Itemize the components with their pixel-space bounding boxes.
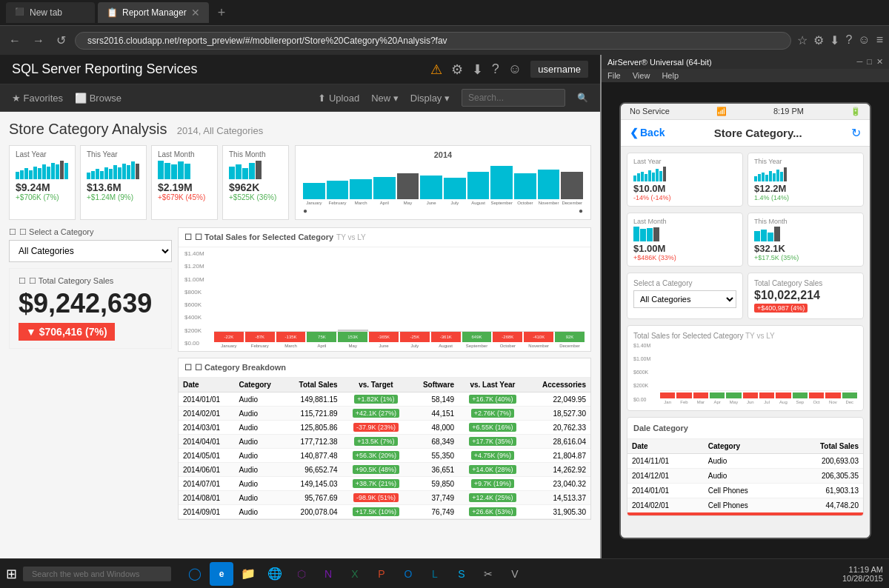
tab-report-manager[interactable]: 📋 Report Manager ✕ xyxy=(98,2,209,23)
timeline-bar xyxy=(373,177,396,199)
kpi-bar xyxy=(659,171,662,181)
mobile-cell-category: Audio xyxy=(704,453,785,468)
taskbar-app-snipping[interactable]: ✂ xyxy=(476,562,500,586)
download-icon[interactable]: ⬇ xyxy=(830,33,839,47)
menu-icon[interactable]: ≡ xyxy=(876,33,883,47)
mobile-kpi-ly-chart xyxy=(633,167,736,181)
month-label: September xyxy=(462,344,492,348)
collapse-icon2[interactable]: ☐ xyxy=(19,276,26,286)
face-icon[interactable]: ☺ xyxy=(508,61,522,77)
refresh-button[interactable]: ↺ xyxy=(53,30,69,50)
taskbar-app-excel[interactable]: X xyxy=(343,562,367,586)
download-icon[interactable]: ⬇ xyxy=(472,61,483,78)
kpi-bar xyxy=(784,167,787,181)
view-menu[interactable]: View xyxy=(633,71,650,80)
category-select[interactable]: All Categories xyxy=(9,240,172,262)
url-input[interactable] xyxy=(75,32,791,50)
taskbar-app-vmware[interactable]: V xyxy=(503,562,527,586)
wifi-icon: 📶 xyxy=(716,107,727,116)
collapse-icon[interactable]: ☐ xyxy=(9,227,16,237)
cell-category: Audio xyxy=(234,421,284,435)
month-label: April xyxy=(373,201,396,205)
cell-vs-last-year: +9.7K (19%) xyxy=(459,477,527,491)
taskbar-app-outlook[interactable]: O xyxy=(396,562,420,586)
slider-left[interactable]: ● xyxy=(303,207,307,215)
taskbar-app-vs[interactable]: ⬡ xyxy=(290,562,313,586)
month-label: Nov xyxy=(825,400,840,404)
refresh-icon[interactable]: ↻ xyxy=(851,126,861,140)
month-label: August xyxy=(431,344,461,348)
browser-chrome: ⬛ New tab 📋 Report Manager ✕ + ← → ↺ ☆ ⚙… xyxy=(0,0,889,55)
month-label: November xyxy=(524,344,553,348)
help-menu[interactable]: Help xyxy=(662,71,679,80)
bar xyxy=(118,167,121,179)
cell-date: 2014/01/01 xyxy=(179,392,234,407)
mobile-category-select[interactable]: All Categories xyxy=(633,290,736,308)
browse-link[interactable]: ⬜ Browse xyxy=(75,93,121,104)
start-button[interactable]: ⊞ xyxy=(6,566,17,582)
forward-button[interactable]: → xyxy=(30,31,47,50)
month-label: Sep xyxy=(793,400,808,404)
month-label: Mar xyxy=(693,400,708,404)
favorites-link[interactable]: ★ Favorites xyxy=(12,93,63,104)
tab-close-button[interactable]: ✕ xyxy=(191,7,200,19)
y-label: $1.00M xyxy=(633,356,659,361)
diff-bar-aug: -361K xyxy=(431,332,461,342)
taskbar-app-cortana[interactable]: ◯ xyxy=(183,562,207,586)
page-subtitle: 2014, All Categories xyxy=(177,125,263,136)
close-button[interactable]: ✕ xyxy=(876,57,883,67)
slider-right[interactable]: ● xyxy=(579,207,583,215)
file-menu[interactable]: File xyxy=(607,71,621,80)
main-layout: SQL Server Reporting Services ⚠ ⚙ ⬇ ? ☺ … xyxy=(0,55,889,558)
minimize-button[interactable]: ─ xyxy=(857,57,863,67)
mobile-total-value: $10,022,214 xyxy=(754,289,857,302)
maximize-button[interactable]: □ xyxy=(867,57,872,67)
bar xyxy=(24,168,28,179)
help-icon[interactable]: ? xyxy=(492,61,499,77)
mobile-month-labels: Jan Feb Mar Apr May Jun Jul Aug Sep Oc xyxy=(660,400,857,404)
bar xyxy=(104,167,108,179)
search-icon[interactable]: 🔍 xyxy=(577,93,588,103)
table-row: 2014/12/01 Audio 206,305.35 xyxy=(627,468,863,483)
upload-link[interactable]: ⬆ Upload xyxy=(318,93,359,104)
timeline-bars xyxy=(300,162,586,199)
total-sales-label: ☐ ☐ Total Category Sales xyxy=(19,276,162,286)
settings-gear-icon[interactable]: ⚙ xyxy=(451,61,463,78)
username: username xyxy=(530,61,588,78)
taskbar-app-lync[interactable]: L xyxy=(423,562,447,586)
settings-icon[interactable]: ⚙ xyxy=(813,33,824,47)
search-input[interactable] xyxy=(462,89,565,107)
collapse-icon4[interactable]: ☐ xyxy=(184,363,192,372)
display-dropdown[interactable]: Display ▾ xyxy=(410,93,450,104)
taskbar-search[interactable] xyxy=(23,567,171,581)
category-breakdown-section: ☐ ☐ Category Breakdown Date Category Tot… xyxy=(178,358,591,520)
tab-new-tab[interactable]: ⬛ New tab xyxy=(6,2,95,23)
taskbar-app-powerpoint[interactable]: P xyxy=(370,562,393,586)
help-icon[interactable]: ? xyxy=(845,33,852,47)
month-label: July xyxy=(400,344,430,348)
bookmark-icon[interactable]: ☆ xyxy=(797,33,808,47)
collapse-icon3[interactable]: ☐ xyxy=(184,233,192,242)
new-tab-button[interactable]: + xyxy=(212,5,232,21)
cell-accessories: 20,762.33 xyxy=(527,421,590,435)
taskbar-app-ie[interactable]: 🌐 xyxy=(263,562,287,586)
mobile-kpi-this-year: This Year xyxy=(748,153,864,207)
back-button[interactable]: ← xyxy=(6,31,24,50)
emoji-icon[interactable]: ☺ xyxy=(858,33,870,47)
taskbar-app-skype[interactable]: S xyxy=(450,562,473,586)
taskbar-app-onenote[interactable]: N xyxy=(316,562,340,586)
table-header-row: Date Category Total Sales vs. Target Sof… xyxy=(179,378,590,392)
month-label: Aug xyxy=(776,400,790,404)
new-dropdown[interactable]: New ▾ xyxy=(371,93,399,104)
taskbar-app-explorer[interactable]: 📁 xyxy=(236,562,260,586)
warning-icon[interactable]: ⚠ xyxy=(430,61,442,78)
timeline-bar xyxy=(350,179,372,200)
taskbar-app-edge[interactable]: e xyxy=(210,562,233,586)
month-label: January xyxy=(214,344,244,348)
back-button[interactable]: ❮ Back xyxy=(630,127,665,138)
cell-accessories: 22,049.95 xyxy=(527,392,590,407)
mobile-panel: AirServer® Universal (64-bit) ─ □ ✕ File… xyxy=(600,55,889,558)
cell-total-sales: 177,712.38 xyxy=(284,435,342,449)
kpi-this-month-value: $962K xyxy=(229,181,282,193)
mobile-diff xyxy=(676,392,691,398)
